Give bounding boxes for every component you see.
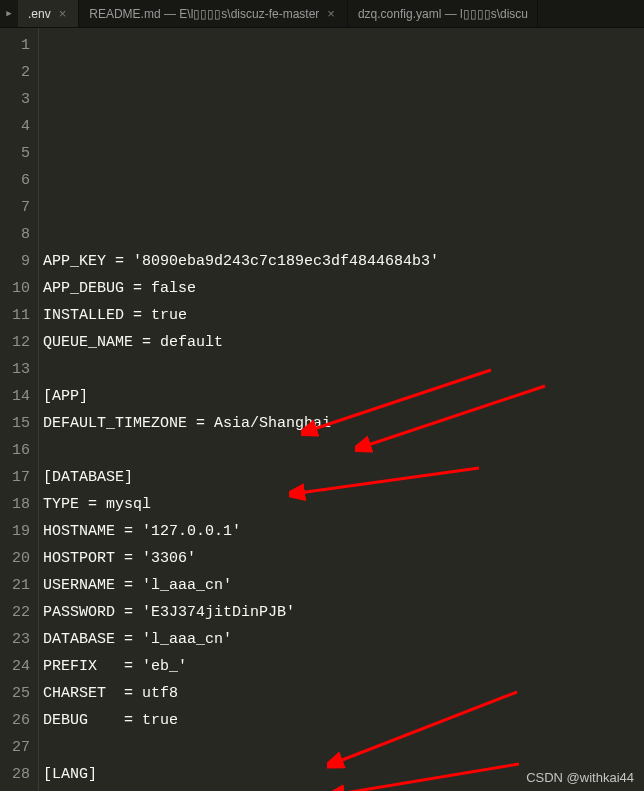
- line-number: 19: [0, 518, 30, 545]
- line-number: 10: [0, 275, 30, 302]
- line-number: 5: [0, 140, 30, 167]
- line-number: 15: [0, 410, 30, 437]
- line-number: 6: [0, 167, 30, 194]
- code-line: [DATABASE]: [43, 464, 644, 491]
- close-icon[interactable]: ×: [57, 6, 69, 21]
- code-line: [APP]: [43, 383, 644, 410]
- code-line: CHARSET = utf8: [43, 680, 644, 707]
- line-number: 16: [0, 437, 30, 464]
- close-icon[interactable]: ×: [325, 6, 337, 21]
- line-number: 25: [0, 680, 30, 707]
- line-number: 3: [0, 86, 30, 113]
- line-number: 14: [0, 383, 30, 410]
- tab-dropdown-icon[interactable]: ▶: [0, 0, 18, 27]
- code-line: DEFAULT_TIMEZONE = Asia/Shanghai: [43, 410, 644, 437]
- line-number: 11: [0, 302, 30, 329]
- code-line: INSTALLED = true: [43, 302, 644, 329]
- tab-label: README.md — E\l▯▯▯▯s\discuz-fe-master: [89, 7, 319, 21]
- code-line: HOSTPORT = '3306': [43, 545, 644, 572]
- code-line: PREFIX = 'eb_': [43, 653, 644, 680]
- line-number: 20: [0, 545, 30, 572]
- line-number: 17: [0, 464, 30, 491]
- line-number: 22: [0, 599, 30, 626]
- line-number-gutter: 1234567891011121314151617181920212223242…: [0, 28, 38, 791]
- line-number: 27: [0, 734, 30, 761]
- line-number: 7: [0, 194, 30, 221]
- tab-readme[interactable]: README.md — E\l▯▯▯▯s\discuz-fe-master ×: [79, 0, 348, 27]
- code-line: [43, 356, 644, 383]
- watermark: CSDN @withkai44: [526, 770, 634, 785]
- tab-env[interactable]: .env ×: [18, 0, 79, 27]
- line-number: 28: [0, 761, 30, 788]
- line-number: 24: [0, 653, 30, 680]
- line-number: 21: [0, 572, 30, 599]
- code-content[interactable]: APP_KEY = '8090eba9d243c7c189ec3df484468…: [38, 28, 644, 791]
- code-line: APP_DEBUG = false: [43, 275, 644, 302]
- line-number: 12: [0, 329, 30, 356]
- tab-label: .env: [28, 7, 51, 21]
- code-line: USERNAME = 'l_aaa_cn': [43, 572, 644, 599]
- tab-config[interactable]: dzq.config.yaml — l▯▯▯▯s\discu: [348, 0, 538, 27]
- line-number: 9: [0, 248, 30, 275]
- code-line: [43, 437, 644, 464]
- line-number: 4: [0, 113, 30, 140]
- tab-bar: ▶ .env × README.md — E\l▯▯▯▯s\discuz-fe-…: [0, 0, 644, 28]
- line-number: 13: [0, 356, 30, 383]
- line-number: 2: [0, 59, 30, 86]
- code-line: QUEUE_NAME = default: [43, 329, 644, 356]
- code-line: [43, 734, 644, 761]
- code-line: DATABASE = 'l_aaa_cn': [43, 626, 644, 653]
- line-number: 23: [0, 626, 30, 653]
- code-line: PASSWORD = 'E3J374jitDinPJB': [43, 599, 644, 626]
- line-number: 18: [0, 491, 30, 518]
- editor-area: 1234567891011121314151617181920212223242…: [0, 28, 644, 791]
- line-number: 1: [0, 32, 30, 59]
- line-number: 8: [0, 221, 30, 248]
- tab-label: dzq.config.yaml — l▯▯▯▯s\discu: [358, 7, 528, 21]
- line-number: 26: [0, 707, 30, 734]
- code-line: DEBUG = true: [43, 707, 644, 734]
- code-line: APP_KEY = '8090eba9d243c7c189ec3df484468…: [43, 248, 644, 275]
- code-line: HOSTNAME = '127.0.0.1': [43, 518, 644, 545]
- code-line: TYPE = mysql: [43, 491, 644, 518]
